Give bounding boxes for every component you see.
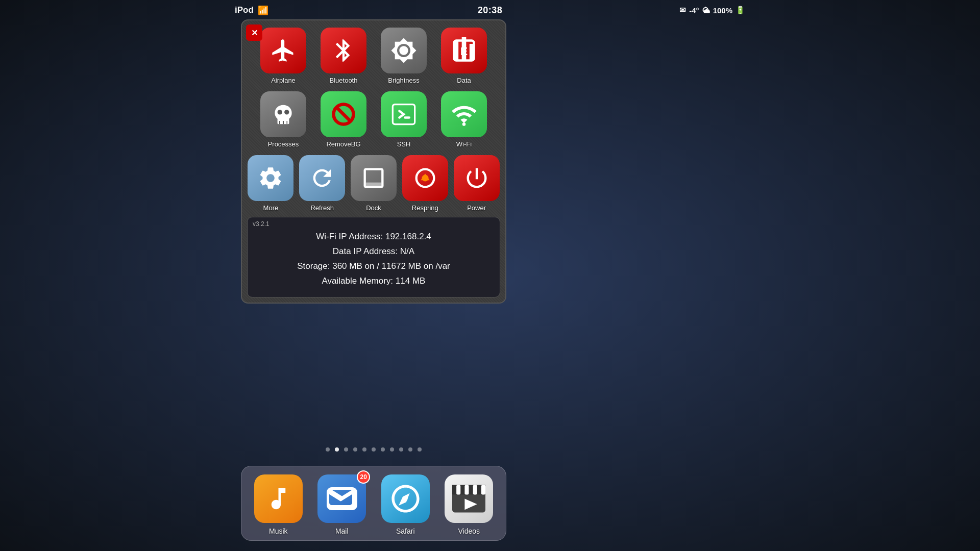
icon-row-3: More Refresh Dock [247,153,500,214]
memory-line: Available Memory: 114 MB [258,274,489,289]
close-button[interactable]: ✕ [246,24,262,41]
airplane-label: Airplane [271,77,296,84]
safari-compass-icon [389,482,422,515]
dot-3[interactable] [353,447,357,452]
device-name: iPod [235,5,254,15]
processes-label: Processes [268,140,299,148]
dot-0[interactable] [326,447,330,452]
data-label: Data [457,77,471,84]
data-icon: E [451,37,477,64]
dot-7[interactable] [390,447,394,452]
dock-label: Dock [366,204,381,212]
status-bar-left: iPod 📶 [235,5,268,16]
svg-rect-14 [366,183,381,186]
videos-label: Videos [458,527,480,535]
processes-icon-box [260,91,306,137]
mail-badge: 20 [357,470,370,484]
brightness-item[interactable]: Brightness [376,28,432,84]
brightness-label: Brightness [388,77,419,84]
safari-label: Safari [396,527,415,535]
svg-rect-22 [473,485,477,494]
videos-icon [445,474,493,523]
brightness-icon-box [381,28,427,73]
wifi-ip-line: Wi-Fi IP Address: 192.168.2.4 [258,230,489,244]
bluetooth-label: Bluetooth [330,77,358,84]
more-label: More [263,204,279,212]
svg-text:E: E [460,45,468,58]
svg-point-5 [284,110,289,114]
respring-label: Respring [412,204,438,212]
ssh-label: SSH [397,140,411,148]
popup-panel: ✕ Airplane Bluetooth [241,19,506,304]
power-icon-box [454,155,500,201]
power-item[interactable]: Power [453,155,500,212]
info-panel: v3.2.1 Wi-Fi IP Address: 192.168.2.4 Dat… [247,217,500,297]
music-note-icon [264,485,292,513]
status-bar-right: ✉ -4° 🌥 100% 🔋 [679,6,745,15]
skull-icon [270,101,297,128]
musik-icon [254,474,303,523]
battery-pct: 100% [713,6,732,15]
bluetooth-item[interactable]: Bluetooth [315,28,372,84]
ssh-item[interactable]: SSH [376,91,432,148]
wifi-icon [451,101,477,128]
dot-4[interactable] [362,447,366,452]
page-dots [241,447,506,452]
safari-dock-item[interactable]: Safari [381,474,430,535]
mail-envelope-icon [327,487,357,510]
mail-dock-item[interactable]: 20 Mail [317,474,366,535]
device-area: ✕ Airplane Bluetooth [234,0,514,551]
removebg-item[interactable]: RemoveBG [315,91,372,148]
dot-9[interactable] [408,447,412,452]
dock-icon-box [351,155,397,201]
respring-item[interactable]: Respring [401,155,449,212]
ssh-icon-box [381,91,427,137]
svg-point-4 [278,110,282,114]
svg-point-16 [422,175,428,182]
brightness-icon [390,37,417,64]
bluetooth-icon [330,37,357,64]
power-icon [463,165,490,191]
wifi-icon-box [441,91,487,137]
refresh-item[interactable]: Refresh [299,155,346,212]
dot-2[interactable] [344,447,348,452]
bluetooth-icon-box [321,28,366,73]
dock-bar: Musik 20 Mail Safari [241,466,506,541]
wifi-label: Wi-Fi [456,140,472,148]
more-item[interactable]: More [247,155,295,212]
clapperboard-icon [452,485,485,513]
dot-6[interactable] [381,447,385,452]
temperature: -4° [689,6,699,15]
musik-dock-item[interactable]: Musik [254,474,303,535]
data-icon-box: E [441,28,487,73]
cloud-icon: 🌥 [702,6,710,15]
svg-point-17 [403,496,407,500]
status-bar: iPod 📶 20:38 ✉ -4° 🌥 100% 🔋 [0,0,980,20]
airplane-icon-box [260,28,306,73]
icon-row-1: Airplane Bluetooth Brightness [247,26,500,86]
data-ip-line: Data IP Address: N/A [258,244,489,259]
videos-dock-item[interactable]: Videos [445,474,493,535]
wifi-item[interactable]: Wi-Fi [436,91,492,148]
refresh-icon [309,165,335,191]
data-item[interactable]: E Data [436,28,492,84]
dot-5[interactable] [372,447,376,452]
refresh-icon-box [299,155,345,201]
dot-8[interactable] [399,447,403,452]
respring-icon-box [402,155,448,201]
airplane-item[interactable]: Airplane [255,28,311,84]
wifi-icon: 📶 [258,5,268,16]
info-text: Wi-Fi IP Address: 192.168.2.4 Data IP Ad… [258,230,489,289]
removebg-label: RemoveBG [326,140,360,148]
gear-icon [257,165,284,191]
version-label: v3.2.1 [253,220,270,228]
icon-row-2: Processes RemoveBG [247,89,500,150]
dock-icon [360,165,387,191]
status-bar-time: 20:38 [478,5,503,16]
mail-label: Mail [335,527,349,535]
dot-1[interactable] [335,447,339,452]
svg-line-10 [336,107,351,122]
processes-item[interactable]: Processes [255,91,311,148]
dot-10[interactable] [418,447,422,452]
dock-item[interactable]: Dock [350,155,398,212]
